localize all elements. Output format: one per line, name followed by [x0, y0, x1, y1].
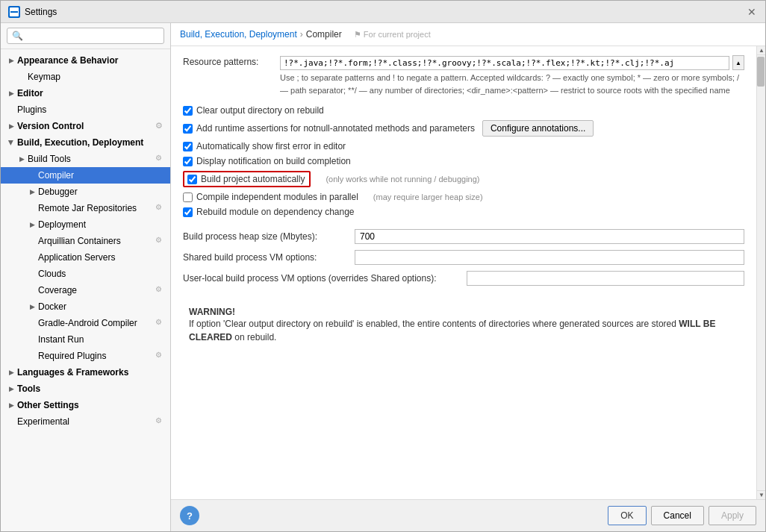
cancel-button[interactable]: Cancel [651, 506, 704, 525]
arrow-icon: ▶ [5, 137, 17, 148]
arrow-icon: ▶ [26, 186, 38, 198]
sidebar-item-label: Tools [17, 384, 166, 394]
display-notification-label: Display notification on build completion [196, 156, 351, 166]
sidebar-item-editor[interactable]: ▶ Editor [1, 85, 170, 101]
sidebar-item-gradle-android[interactable]: Gradle-Android Compiler ⚙ [1, 315, 170, 331]
title-bar: Settings ✕ [1, 1, 765, 23]
scroll-up-button[interactable]: ▲ [757, 46, 765, 55]
sidebar-item-clouds[interactable]: Clouds [1, 266, 170, 282]
settings-content: Resource patterns: ▲ Use ; to separate p… [171, 46, 756, 499]
add-runtime-row: Add runtime assertions for notnull-annot… [183, 120, 744, 137]
sidebar-item-docker[interactable]: ▶ Docker [1, 298, 170, 315]
warning-box: WARNING! If option 'Clear output directo… [183, 301, 744, 350]
rebuild-dependency-label: Rebuild module on dependency change [196, 207, 355, 217]
app-icon [8, 6, 20, 18]
arrow-icon: ▶ [26, 219, 38, 231]
sidebar-item-compiler[interactable]: ▶ Compiler [1, 167, 170, 184]
sidebar-tree: ▶ Appearance & Behavior ▶ Keymap ▶ Edito… [1, 49, 170, 531]
auto-show-error-checkbox[interactable] [183, 142, 193, 151]
right-panel: Build, Execution, Deployment › Compiler … [171, 23, 765, 531]
sidebar-item-languages-frameworks[interactable]: ▶ Languages & Frameworks [1, 364, 170, 381]
sidebar-item-label: Coverage [38, 285, 152, 295]
sidebar-item-label: Deployment [38, 219, 166, 230]
shared-vm-input[interactable] [355, 250, 744, 265]
arrow-icon: ▶ [16, 153, 28, 165]
sidebar-item-application-servers[interactable]: Application Servers [1, 249, 170, 266]
sidebar-item-label: Gradle-Android Compiler [38, 318, 152, 328]
sidebar-item-label: Debugger [38, 187, 166, 197]
user-local-vm-group: User-local build process VM options (ove… [183, 271, 744, 286]
sidebar-item-plugins[interactable]: Plugins [1, 101, 170, 118]
arrow-icon: ▶ [26, 301, 38, 313]
heap-size-label: Build process heap size (Mbytes): [183, 231, 355, 242]
display-notification-checkbox[interactable] [183, 157, 193, 166]
clear-output-label: Clear output directory on rebuild [196, 105, 324, 116]
breadcrumb-compiler: Compiler [306, 29, 342, 40]
for-current-label: ⚑ For current project [354, 30, 431, 40]
close-button[interactable]: ✕ [746, 6, 758, 18]
window-title: Settings [25, 7, 57, 17]
sidebar-item-remote-jar[interactable]: Remote Jar Repositories ⚙ [1, 200, 170, 216]
rebuild-dependency-row: Rebuild module on dependency change [183, 207, 744, 217]
sidebar-item-label: Build, Execution, Deployment [17, 137, 166, 148]
configure-annotations-button[interactable]: Configure annotations... [482, 120, 594, 137]
heap-size-input[interactable] [355, 229, 744, 244]
resource-patterns-row: Resource patterns: ▲ Use ; to separate p… [183, 55, 744, 96]
resource-patterns-label: Resource patterns: [183, 55, 280, 67]
main-content: ▶ Appearance & Behavior ▶ Keymap ▶ Edito… [1, 23, 765, 531]
arrow-icon: ▶ [5, 366, 17, 378]
add-runtime-checkbox[interactable] [183, 124, 193, 134]
badge-icon: ⚙ [155, 285, 166, 295]
sidebar-item-label: Plugins [17, 104, 166, 115]
sidebar-item-build-execution[interactable]: ▶ Build, Execution, Deployment [1, 134, 170, 151]
badge-icon: ⚙ [155, 121, 166, 131]
resource-patterns-field: ▲ Use ; to separate patterns and ! to ne… [280, 55, 744, 96]
scroll-down-button[interactable]: ▼ [757, 490, 765, 499]
scroll-up-btn[interactable]: ▲ [732, 55, 744, 70]
clear-output-checkbox[interactable] [183, 106, 193, 116]
sidebar-item-label: Remote Jar Repositories [38, 203, 152, 213]
warning-text: If option 'Clear output directory on reb… [189, 317, 738, 344]
sidebar-item-experimental[interactable]: Experimental ⚙ [1, 413, 170, 430]
sidebar-item-other-settings[interactable]: ▶ Other Settings [1, 397, 170, 413]
ok-button[interactable]: OK [608, 506, 646, 525]
sidebar-item-label: Arquillian Containers [38, 236, 152, 246]
apply-button[interactable]: Apply [709, 506, 756, 525]
build-automatically-checkbox[interactable] [187, 175, 197, 184]
arrow-icon: ▶ [5, 383, 17, 395]
sidebar-item-deployment[interactable]: ▶ Deployment [1, 216, 170, 233]
sidebar-item-tools[interactable]: ▶ Tools [1, 381, 170, 397]
panel-with-scroll: Resource patterns: ▲ Use ; to separate p… [171, 46, 765, 499]
sidebar-item-label: Required Plugins [38, 351, 152, 361]
breadcrumb-build[interactable]: Build, Execution, Deployment [180, 29, 297, 40]
sidebar-item-coverage[interactable]: Coverage ⚙ [1, 282, 170, 298]
sidebar-item-version-control[interactable]: ▶ Version Control ⚙ [1, 118, 170, 134]
sidebar-item-keymap[interactable]: ▶ Keymap [1, 69, 170, 85]
compile-independent-checkbox[interactable] [183, 193, 193, 202]
sidebar-item-label: Compiler [38, 170, 166, 181]
search-input[interactable] [7, 28, 164, 44]
heap-size-group: Build process heap size (Mbytes): [183, 229, 744, 244]
badge-icon: ⚙ [155, 416, 166, 427]
scroll-thumb[interactable] [757, 57, 765, 87]
compile-independent-note: (may require larger heap size) [373, 193, 483, 201]
sidebar-item-label: Editor [17, 88, 166, 98]
sidebar-item-label: Keymap [28, 72, 166, 82]
scroll-track [757, 55, 765, 490]
clear-output-row: Clear output directory on rebuild [183, 105, 744, 116]
sidebar-item-build-tools[interactable]: ▶ Build Tools ⚙ [1, 151, 170, 167]
compile-independent-row: Compile independent modules in parallel … [183, 192, 744, 202]
resource-input-wrap: ▲ [280, 55, 744, 70]
sidebar-item-instant-run[interactable]: Instant Run [1, 331, 170, 348]
sidebar-item-arquillian[interactable]: Arquillian Containers ⚙ [1, 233, 170, 249]
resource-patterns-input[interactable] [280, 56, 729, 70]
sidebar-item-label: Version Control [17, 121, 152, 131]
sidebar-item-appearance-behavior[interactable]: ▶ Appearance & Behavior [1, 52, 170, 69]
compile-independent-label: Compile independent modules in parallel [196, 192, 358, 202]
sidebar: ▶ Appearance & Behavior ▶ Keymap ▶ Edito… [1, 23, 171, 531]
rebuild-dependency-checkbox[interactable] [183, 207, 193, 217]
sidebar-item-debugger[interactable]: ▶ Debugger [1, 184, 170, 200]
sidebar-item-required-plugins[interactable]: Required Plugins ⚙ [1, 348, 170, 364]
user-local-vm-input[interactable] [467, 271, 744, 286]
help-button[interactable]: ? [180, 506, 199, 525]
